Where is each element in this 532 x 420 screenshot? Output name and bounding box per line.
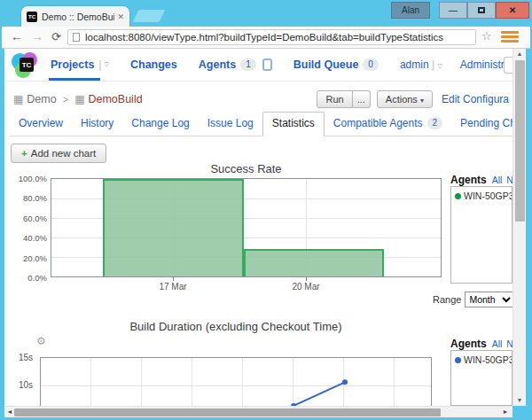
bookmark-star-icon[interactable]: ☆ xyxy=(481,29,492,43)
teamcity-logo[interactable]: TC xyxy=(12,51,38,78)
forward-icon[interactable]: → xyxy=(31,29,43,44)
tab-issue-log[interactable]: Issue Log xyxy=(199,113,262,136)
success-rate-bar xyxy=(103,179,244,276)
agents-panel-header: Agents All None xyxy=(450,338,512,350)
browser-toolbar: ← → ⟳ localhost:8080/viewType.html?build… xyxy=(2,27,530,49)
y-axis-label: 20.0% xyxy=(8,253,47,263)
refresh-icon[interactable]: ⟳ xyxy=(51,29,61,44)
search-box-partial[interactable] xyxy=(504,57,512,74)
horizontal-scrollbar[interactable]: ◄ ► xyxy=(4,406,512,417)
browser-menu-icon[interactable] xyxy=(501,31,519,44)
close-button[interactable]: ✕ xyxy=(496,2,529,19)
nav-agents[interactable]: Agents 1 xyxy=(199,58,272,71)
queue-count-badge: 0 xyxy=(363,58,379,71)
agent-status-icon xyxy=(262,58,272,71)
agents-all-link[interactable]: All xyxy=(492,175,503,185)
agent-list-item[interactable]: WIN-50GP30F xyxy=(455,191,508,201)
browser-tab[interactable]: TC Demo :: DemoBuild > Stat ✕ xyxy=(21,6,129,27)
range-control: Range Month xyxy=(433,292,512,307)
tab-history[interactable]: History xyxy=(72,113,122,136)
y-axis-label: 60.0% xyxy=(8,214,47,223)
gear-icon[interactable]: ⚙ xyxy=(36,335,46,347)
y-axis-label: 0.0% xyxy=(8,273,47,283)
scroll-right-icon[interactable]: ► xyxy=(500,407,511,417)
tab-overview[interactable]: Overview xyxy=(10,113,72,136)
edit-configuration-link[interactable]: Edit Configura xyxy=(442,93,509,105)
y-axis-label: 100.0% xyxy=(8,174,47,183)
agents-list: WIN-50GP30F xyxy=(450,186,512,284)
scroll-up-icon[interactable]: ▲ xyxy=(513,49,526,59)
agents-none-link[interactable]: None xyxy=(506,175,512,185)
plus-icon: + xyxy=(21,148,27,159)
agents-count-badge: 1 xyxy=(240,58,256,71)
page-content: TC Projects | ▽ Changes Agents 1 Build Q… xyxy=(4,49,512,406)
nav-projects[interactable]: Projects | ▽ xyxy=(51,58,109,71)
browser-tab-title: Demo :: DemoBuild > Stat xyxy=(42,12,114,22)
new-tab-button[interactable] xyxy=(133,10,166,22)
agent-dot-icon xyxy=(455,193,461,199)
actions-button[interactable]: Actions ▾ xyxy=(377,90,433,108)
tab-change-log[interactable]: Change Log xyxy=(122,113,198,136)
duration-line-series xyxy=(41,358,432,406)
x-tick xyxy=(306,277,307,281)
success-rate-chart xyxy=(51,178,442,277)
scroll-down-icon[interactable]: ▼ xyxy=(513,395,526,406)
breadcrumb-separator: > xyxy=(63,94,68,105)
horizontal-scroll-thumb[interactable] xyxy=(14,408,441,416)
run-button[interactable]: Run xyxy=(317,90,352,108)
user-menu[interactable]: admin | ▽ xyxy=(400,58,442,71)
build-duration-chart xyxy=(40,357,432,406)
agents-all-link[interactable]: All xyxy=(492,338,503,349)
nav-build-queue[interactable]: Build Queue 0 xyxy=(293,58,379,71)
vertical-scroll-thumb[interactable] xyxy=(515,60,525,222)
chevron-down-icon: ▽ xyxy=(437,63,442,69)
range-select[interactable]: Month xyxy=(465,292,512,307)
vertical-scrollbar[interactable]: ▲ ▼ xyxy=(512,49,526,406)
chart1-title: Success Rate xyxy=(51,162,442,175)
build-tabs: Overview History Change Log Issue Log St… xyxy=(10,113,512,136)
caret-down-icon: ▾ xyxy=(420,97,424,105)
x-axis: 17 Mar 20 Mar xyxy=(51,277,442,293)
run-options-button[interactable]: ... xyxy=(353,90,371,108)
x-tick xyxy=(173,277,174,281)
maximize-icon xyxy=(478,7,485,13)
browser-window: TC Demo :: DemoBuild > Stat ✕ Alan — ✕ ←… xyxy=(0,0,532,420)
chart2-title: Build Duration (excluding Checkout Time) xyxy=(40,320,432,333)
y-axis-label: 40.0% xyxy=(8,233,47,243)
page-icon xyxy=(73,33,80,42)
address-bar[interactable]: localhost:8080/viewType.html?buildTypeId… xyxy=(67,29,476,45)
agent-list-item[interactable]: WIN-50GP30F xyxy=(455,354,508,365)
tab-compatible-agents[interactable]: Compatible Agents 2 xyxy=(325,113,451,136)
tab-statistics[interactable]: Statistics xyxy=(262,112,325,136)
tab-pending-changes[interactable]: Pending Changes xyxy=(451,113,512,136)
add-new-chart-button[interactable]: +Add new chart xyxy=(11,144,106,163)
back-icon[interactable]: ← xyxy=(11,29,23,44)
agent-dot-icon xyxy=(455,357,461,363)
agents-list: WIN-50GP30F xyxy=(450,350,512,406)
header-right: admin | ▽ Administration xyxy=(400,58,512,71)
y-axis-label: 80.0% xyxy=(8,193,47,203)
y-axis-label: 10s xyxy=(4,380,33,390)
window-controls: Alan — ✕ xyxy=(391,2,529,19)
breadcrumb: ▦ Demo > ▦ DemoBuild Run ... Actions ▾ E… xyxy=(13,88,509,111)
teamcity-header: TC Projects | ▽ Changes Agents 1 Build Q… xyxy=(4,49,512,82)
x-tick-label: 17 Mar xyxy=(159,282,186,292)
y-axis-label: 15s xyxy=(4,353,33,362)
success-rate-bar xyxy=(244,249,384,276)
project-icon: ▦ xyxy=(13,93,23,105)
nav-changes[interactable]: Changes xyxy=(130,58,177,71)
compatible-agents-badge: 2 xyxy=(427,117,443,129)
url-text: localhost:8080/viewType.html?buildTypeId… xyxy=(85,32,443,43)
x-tick-label: 20 Mar xyxy=(292,282,319,292)
minimize-button[interactable]: — xyxy=(439,2,467,19)
agents-none-link[interactable]: None xyxy=(506,338,512,349)
chevron-down-icon[interactable]: ▽ xyxy=(105,61,109,68)
profile-button[interactable]: Alan xyxy=(391,2,430,19)
teamcity-favicon: TC xyxy=(27,12,37,22)
maximize-button[interactable] xyxy=(467,2,496,19)
tab-close-icon[interactable]: ✕ xyxy=(117,12,124,21)
breadcrumb-project[interactable]: Demo xyxy=(27,93,56,105)
breadcrumb-build[interactable]: DemoBuild xyxy=(88,93,142,105)
nav-separator: | xyxy=(98,58,101,71)
build-config-icon: ▦ xyxy=(74,93,84,105)
